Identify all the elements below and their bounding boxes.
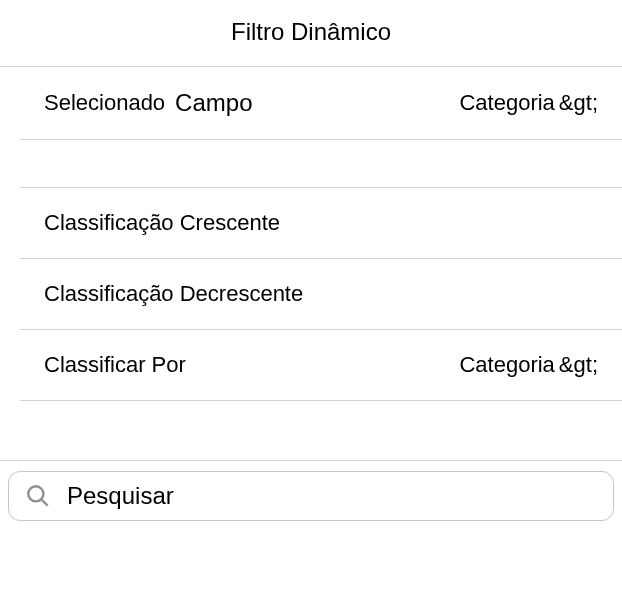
svg-point-0 bbox=[28, 486, 43, 501]
page-title: Filtro Dinâmico bbox=[0, 18, 622, 46]
sort-ascending-row[interactable]: Classificação Crescente bbox=[20, 188, 622, 259]
selected-field-left: Selecionado Campo bbox=[44, 89, 252, 117]
sort-by-left: Classificar Por bbox=[44, 352, 186, 378]
search-container bbox=[0, 461, 622, 521]
search-icon bbox=[25, 483, 51, 509]
header: Filtro Dinâmico bbox=[0, 0, 622, 67]
sort-by-row[interactable]: Classificar Por Categoria &gt; bbox=[20, 330, 622, 401]
sort-by-value: Categoria bbox=[459, 352, 554, 378]
sort-ascending-label: Classificação Crescente bbox=[44, 210, 280, 236]
selected-field-label: Selecionado bbox=[44, 90, 165, 116]
sort-by-value-wrap: Categoria &gt; bbox=[459, 352, 598, 378]
selected-field-row[interactable]: Selecionado Campo Categoria &gt; bbox=[20, 67, 622, 140]
sort-descending-label: Classificação Decrescente bbox=[44, 281, 303, 307]
selected-field-value: Categoria bbox=[459, 90, 554, 116]
selected-field-sublabel: Campo bbox=[175, 89, 252, 117]
sort-descending-row[interactable]: Classificação Decrescente bbox=[20, 259, 622, 330]
section-gap-2 bbox=[0, 401, 622, 461]
svg-line-1 bbox=[42, 500, 48, 506]
sort-by-label: Classificar Por bbox=[44, 352, 186, 378]
search-input[interactable] bbox=[67, 482, 597, 510]
section-gap-1 bbox=[20, 140, 622, 188]
search-box[interactable] bbox=[8, 471, 614, 521]
chevron-right-icon: &gt; bbox=[559, 352, 598, 378]
selected-field-value-wrap: Categoria &gt; bbox=[459, 90, 598, 116]
chevron-right-icon: &gt; bbox=[559, 90, 598, 116]
